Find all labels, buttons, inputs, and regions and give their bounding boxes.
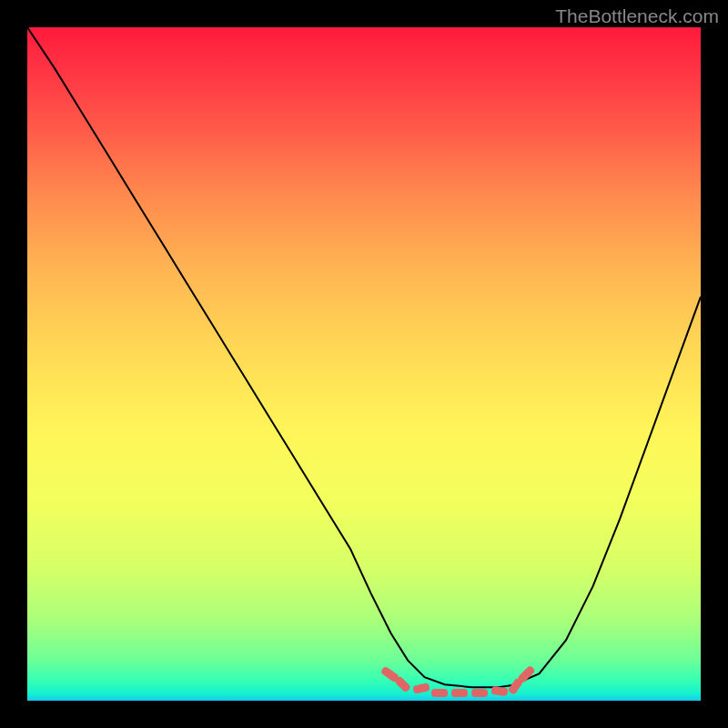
watermark-text: TheBottleneck.com — [555, 5, 719, 27]
optimal-dash — [471, 689, 488, 697]
optimal-dash — [431, 689, 448, 697]
chart-container — [27, 27, 701, 701]
optimal-dash — [451, 689, 468, 697]
curve-layer — [27, 27, 701, 701]
bottleneck-curve — [27, 27, 701, 687]
